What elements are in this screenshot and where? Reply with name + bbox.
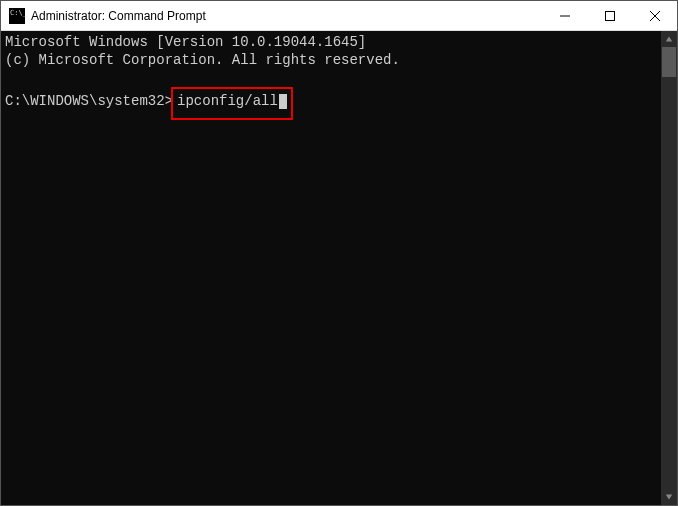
close-button[interactable] <box>632 1 677 30</box>
command-prompt-window: Administrator: Command Prompt Microsoft … <box>0 0 678 506</box>
maximize-button[interactable] <box>587 1 632 30</box>
scrollbar-thumb[interactable] <box>662 47 676 77</box>
svg-marker-4 <box>666 37 672 42</box>
terminal-output[interactable]: Microsoft Windows [Version 10.0.19044.16… <box>1 31 661 505</box>
content-area: Microsoft Windows [Version 10.0.19044.16… <box>1 31 677 505</box>
typed-command: ipconfig/all <box>177 93 278 109</box>
cmd-icon <box>9 8 25 24</box>
prompt-path: C:\WINDOWS\system32> <box>5 93 173 109</box>
command-highlight: ipconfig/all <box>171 87 293 120</box>
svg-rect-1 <box>605 11 614 20</box>
titlebar[interactable]: Administrator: Command Prompt <box>1 1 677 31</box>
scroll-up-arrow[interactable] <box>661 31 677 47</box>
scroll-down-arrow[interactable] <box>661 489 677 505</box>
copyright-line: (c) Microsoft Corporation. All rights re… <box>5 52 400 68</box>
window-title: Administrator: Command Prompt <box>31 9 542 23</box>
cursor <box>279 94 287 109</box>
window-controls <box>542 1 677 30</box>
vertical-scrollbar[interactable] <box>661 31 677 505</box>
svg-marker-5 <box>666 495 672 500</box>
minimize-button[interactable] <box>542 1 587 30</box>
version-line: Microsoft Windows [Version 10.0.19044.16… <box>5 34 366 50</box>
